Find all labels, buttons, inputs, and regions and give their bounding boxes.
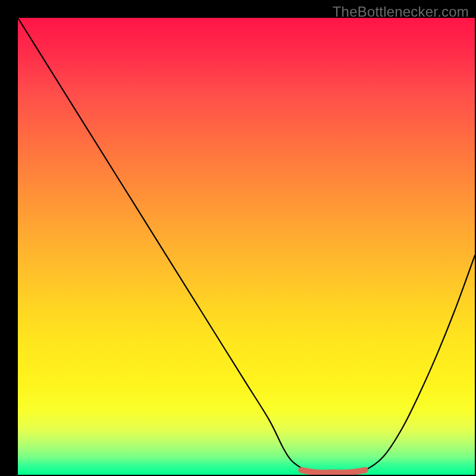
plot-area	[18, 18, 475, 475]
watermark-text: TheBottlenecker.com	[333, 4, 469, 20]
optimum-marker	[301, 470, 365, 473]
bottleneck-curve-svg	[18, 18, 475, 475]
bottleneck-curve-line	[18, 18, 475, 475]
chart-container: TheBottlenecker.com	[0, 0, 476, 476]
